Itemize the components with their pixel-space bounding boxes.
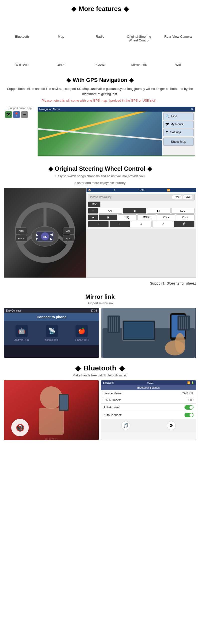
gps-find-button[interactable]: 🔍 Find <box>163 112 194 120</box>
sw-home-btn[interactable]: ⌂ <box>131 221 152 228</box>
sw-vol-up-button[interactable]: VOL+ <box>176 214 194 220</box>
feature-wifi: Wifi <box>162 46 194 67</box>
gps-title: ◆ With GPS Navigation ◆ <box>5 77 195 83</box>
bluetooth-title: ◆ Bluetooth ◆ <box>4 364 196 372</box>
mirror-link-desc: Support mirror-link <box>4 301 196 305</box>
wifi-dvr-label: Wifi DVR <box>16 63 29 67</box>
sw-prev-button[interactable]: |◀ <box>88 214 98 220</box>
sw-save-button[interactable]: Save <box>183 195 192 199</box>
sw-rec2-button[interactable]: ▣ <box>99 214 117 220</box>
gps-apps-label: (Support online app) <box>5 106 35 110</box>
svg-rect-52 <box>115 317 116 332</box>
mirror-android-wifi[interactable]: 📡 Android WiFi <box>45 325 59 342</box>
steering-desc-2: a safer and more enjoyable journey <box>4 181 196 185</box>
mirror-app-name: EasyConnect <box>6 309 21 312</box>
sw-time: 15:44 <box>138 189 144 192</box>
bt-device-name-row: Device Name: CAR KIT <box>101 390 196 397</box>
mirror-connect-title: Connect to phone <box>4 313 99 321</box>
radio-label: Radio <box>96 35 104 38</box>
feature-obd2: OBD2 <box>45 46 77 67</box>
sw-navi-button[interactable]: NAVI <box>99 208 122 214</box>
settings-icon: ⚙ <box>165 130 169 134</box>
sw-lud-button[interactable]: LUD <box>171 208 195 214</box>
sw-mode-button[interactable]: MODE <box>137 214 156 220</box>
sw-diamond-left: ◆ <box>48 165 53 172</box>
svg-rect-49 <box>109 317 110 332</box>
mirror-iphone-wifi[interactable]: 🍎 iPhone WiFi <box>75 325 89 342</box>
mirror-content: EasyConnect 17:38 Connect to phone 🤖 And… <box>4 308 196 358</box>
svg-text:HIFI DVRD: HIFI DVRD <box>45 438 58 440</box>
settings-label: Settings <box>170 130 181 134</box>
bluetooth-content: 📵 HIFI DVRD Bluetooth 00:03 📶 🔋 Bluetoot… <box>4 380 196 440</box>
sw-eq-button[interactable]: EQ <box>118 214 136 220</box>
diamond-left-icon: ◆ <box>71 5 76 13</box>
gps-nav-bar: Navigation Menu ✕ <box>38 107 195 112</box>
gps-description: Suppot both online and off-line navi app… <box>5 86 195 97</box>
sw-vol-down-button[interactable]: VOL- <box>157 214 175 220</box>
sw-key-prompt-bar: Please press a key Reset Save <box>88 194 194 200</box>
gps-settings-button[interactable]: ⚙ Settings <box>163 128 194 136</box>
bt-music-icon[interactable]: 🎵 <box>121 421 130 430</box>
bt-device-name-label: Device Name: <box>103 392 122 395</box>
gps-nav-title: Navigation Menu <box>39 108 60 111</box>
map-label: Map <box>58 35 64 38</box>
svg-rect-65 <box>187 317 188 329</box>
wifi-label: Wifi <box>175 63 181 67</box>
feature-map: Map <box>45 18 77 38</box>
sw-rec-button[interactable]: ▣ <box>123 208 146 214</box>
feature-camera: Rear View Camera <box>162 18 194 38</box>
sw-signal-icon: 📶 <box>167 189 170 192</box>
bt-auto-answer-label: AutoAnswer <box>103 406 120 409</box>
obd2-label: OBD2 <box>57 63 65 67</box>
bluetooth-desc: Make hands free call/ Buletooth music <box>4 374 196 377</box>
bt-gear-icon[interactable]: ⚙ <box>167 421 176 430</box>
gps-map-area: 🔍 Find 🗺 My Route ⚙ Settings Show Map <box>38 112 195 156</box>
sw-power-button[interactable]: ⏻ <box>174 221 194 228</box>
bt-pin-label: PIN Number: <box>103 398 121 402</box>
sw-mute-button[interactable]: M/∢ <box>88 202 100 207</box>
android-wifi-label: Android WiFi <box>45 339 59 342</box>
sw-dot-button[interactable]: ● <box>88 208 98 214</box>
bt-auto-answer-toggle[interactable] <box>184 405 193 410</box>
3g4g-label: 3G&4G <box>95 63 105 67</box>
svg-text:▼: ▼ <box>35 237 39 241</box>
sw-fwd-button[interactable]: 》 <box>109 221 130 228</box>
feature-bluetooth: Bluetooth <box>6 18 38 38</box>
bt-header-title: Bluetooth <box>103 382 113 384</box>
diamond-right-icon: ◆ <box>124 5 129 13</box>
more-features-title: ◆ More features ◆ <box>3 5 197 13</box>
mirror-car-photo <box>101 308 196 358</box>
gps-content: (Support online app) 🗺 📍 ··· Navigation … <box>5 106 195 156</box>
svg-rect-51 <box>113 317 114 332</box>
feature-wifi-dvr: Wifi DVR <box>6 46 38 67</box>
svg-text:SRC: SRC <box>19 230 24 232</box>
svg-text:◀: ◀ <box>50 232 53 236</box>
bt-diamond-right: ◆ <box>119 364 125 372</box>
sw-reset-button[interactable]: Reset <box>172 195 182 199</box>
mirror-phone-screen: EasyConnect 17:38 Connect to phone 🤖 And… <box>4 308 99 358</box>
bt-diamond-left: ◆ <box>75 364 81 372</box>
steering-label: Original Steering Wheel Control <box>123 35 155 42</box>
bt-screen-header: Bluetooth 00:03 📶 🔋 <box>101 380 196 385</box>
mirror-phone-header: EasyConnect 17:38 <box>4 308 99 313</box>
svg-rect-50 <box>111 317 112 332</box>
sw-back-prev-button[interactable]: 《 <box>88 221 109 228</box>
iphone-wifi-label: iPhone WiFi <box>75 339 89 342</box>
gps-diamond-left: ◆ <box>67 77 71 83</box>
feature-radio: Radio <box>84 18 116 38</box>
gps-route-button[interactable]: 🗺 My Route <box>163 120 194 128</box>
more-features-section: ◆ More features ◆ Bluetooth Map <box>0 0 200 73</box>
gps-show-map-button[interactable]: Show Map <box>163 138 194 146</box>
bt-auto-connect-toggle[interactable] <box>184 413 193 417</box>
bluetooth-section: ◆ Bluetooth ◆ Make hands free call/ Bule… <box>0 360 200 442</box>
gps-nav-close[interactable]: ✕ <box>191 108 193 111</box>
svg-rect-70 <box>60 395 68 410</box>
sw-refresh-button[interactable]: ↺ <box>152 221 173 228</box>
features-row-2: Wifi DVR OBD2 <box>3 46 197 67</box>
navi-app-icon: 📍 <box>13 111 20 118</box>
more-apps-icon: ··· <box>21 111 28 118</box>
svg-text:VOL+: VOL+ <box>66 230 72 232</box>
sw-settings-icon: ⚙ <box>113 189 116 192</box>
mirror-android-usb[interactable]: 🤖 Android USB <box>15 325 29 342</box>
sw-play-button[interactable]: ▶| <box>147 208 170 214</box>
